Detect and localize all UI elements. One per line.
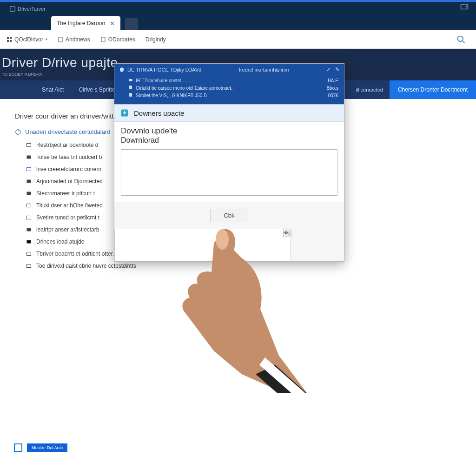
scroll-thumb-icon[interactable]: �▯ [283, 229, 291, 237]
nav-status: ill conracted [349, 80, 390, 99]
svg-line-8 [463, 41, 465, 43]
app-brand: DriverTarver [5, 4, 50, 14]
edit-icon[interactable]: ✎ [335, 66, 339, 73]
nav-cta-button[interactable]: Chersen Dronter Docrtncent [390, 80, 476, 99]
svg-point-26 [466, 6, 467, 7]
item-icon [26, 203, 32, 208]
dialog-footer: Cbk [114, 202, 344, 229]
list-item[interactable]: Toe dirivexl daist cbrie huvre cctpstdin… [26, 263, 461, 269]
ok-button[interactable]: Cbk [210, 209, 248, 222]
tab-active[interactable]: The Ingtare Daroon ✕ [51, 16, 120, 30]
dialog-header[interactable]: DE TRNVA HOCE TDjiliy LOAVd Iredrcl inor… [114, 64, 344, 75]
item-icon [26, 191, 32, 196]
svg-rect-6 [101, 37, 105, 42]
svg-rect-22 [129, 93, 132, 97]
svg-rect-15 [27, 204, 31, 207]
folder-icon [128, 78, 133, 82]
svg-rect-11 [27, 156, 31, 159]
thumbnail-icon[interactable] [14, 443, 22, 452]
toolbar-item-driver[interactable]: QOclDirivor ▾ [7, 36, 47, 43]
shield-icon [119, 67, 125, 73]
svg-rect-21 [129, 86, 132, 89]
toolbar-item-settings[interactable]: Drigindy [145, 36, 166, 43]
svg-point-7 [458, 36, 463, 42]
close-icon[interactable]: ✕ [110, 20, 115, 27]
svg-rect-4 [10, 40, 12, 42]
expand-icon[interactable]: ⤢ [326, 66, 331, 73]
svg-rect-2 [10, 37, 12, 39]
item-icon [26, 178, 32, 184]
file-icon [128, 93, 133, 97]
app-icon [9, 6, 16, 12]
search-icon[interactable] [456, 35, 466, 46]
svg-rect-0 [10, 7, 15, 12]
svg-rect-3 [7, 40, 9, 42]
svg-rect-17 [27, 228, 31, 231]
dialog-line2: Dowrnlorad [121, 136, 337, 145]
doc2-icon [100, 37, 106, 42]
footer-chip: Mostrer Dal Arch [14, 443, 67, 452]
file-icon [128, 85, 133, 90]
chevron-down-icon: ▾ [46, 37, 47, 41]
toolbar-item-news[interactable]: Andtnews [58, 36, 90, 43]
item-icon [26, 154, 32, 160]
system-tray-icon[interactable] [459, 3, 469, 13]
dialog-subtitle: Iredrcl inortannhislinm [239, 67, 289, 73]
tab-label: The Ingtare Daroon [57, 20, 105, 26]
new-tab-button[interactable] [125, 18, 138, 30]
item-icon [26, 251, 32, 257]
svg-rect-19 [27, 252, 31, 256]
dialog-info: IR TTvocebuire onstst……BA.E Cirtalkt be … [114, 75, 344, 104]
svg-rect-5 [59, 37, 62, 42]
item-icon [26, 166, 32, 172]
footer-button[interactable]: Mostrer Dal Arch [27, 443, 67, 452]
update-icon [15, 129, 21, 135]
item-icon [26, 227, 32, 232]
dialog-body-header: Downers upacte [114, 104, 344, 122]
dialog-textarea[interactable] [121, 149, 337, 196]
dialog-line1: Dovvnlo upde'te [121, 126, 337, 136]
item-icon [26, 263, 32, 269]
svg-rect-1 [7, 37, 9, 39]
nav-item-1[interactable]: Snat Alct [0, 80, 71, 99]
download-dialog: DE TRNVA HOCE TDjiliy LOAVd Iredrcl inor… [114, 63, 344, 262]
item-icon [26, 215, 32, 220]
svg-rect-18 [27, 240, 31, 244]
dialog-extension: �▯ [114, 229, 291, 261]
toolbar: QOclDirivor ▾ Andtnews ODorbates Drigind… [0, 30, 476, 49]
svg-rect-13 [27, 180, 31, 183]
doc-icon [58, 37, 63, 42]
item-icon [26, 142, 32, 148]
svg-rect-10 [27, 144, 31, 147]
grid-icon [7, 37, 12, 42]
toolbar-item-updates[interactable]: ODorbates [100, 36, 135, 43]
svg-rect-12 [27, 168, 31, 171]
dialog-body: Dovvnlo upde'te Dowrnlorad [114, 122, 344, 202]
app-name-label: DriverTarver [18, 6, 46, 12]
item-icon [26, 239, 32, 245]
download-icon [120, 108, 129, 118]
dialog-title: DE TRNVA HOCE TDjiliy LOAVd [127, 67, 201, 73]
window-titlebar: DriverTarver [0, 0, 476, 14]
svg-rect-16 [27, 216, 31, 219]
tabstrip: The Ingtare Daroon ✕ [0, 14, 476, 30]
svg-rect-14 [27, 192, 31, 195]
svg-rect-20 [27, 264, 31, 268]
